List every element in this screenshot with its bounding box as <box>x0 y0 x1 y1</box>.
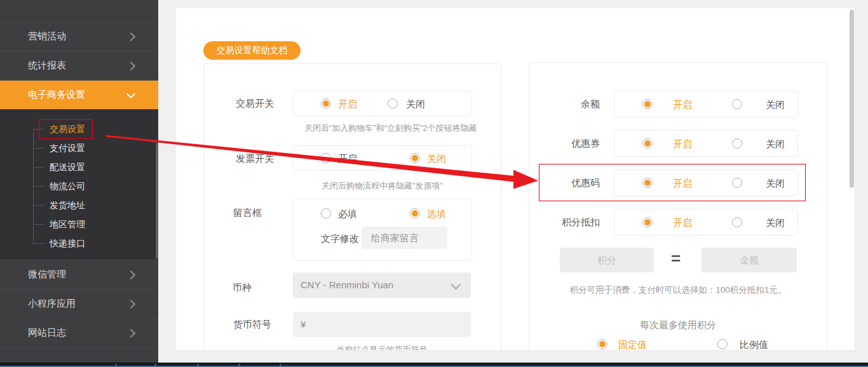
chevron-right-icon <box>126 61 135 70</box>
message-box-group: 必填 选填 文字修改 给商家留言 <box>293 199 472 261</box>
trade-switch-off-radio[interactable] <box>388 98 398 109</box>
invoice-switch-off-label[interactable]: 关闭 <box>427 153 446 165</box>
invoice-switch-label: 发票开关 <box>236 153 274 165</box>
promo-code-on-radio[interactable] <box>642 178 653 188</box>
sidebar-item-ecommerce-settings[interactable]: 电子商务设置 <box>0 81 158 109</box>
sidebar: 营销活动 统计报表 电子商务设置 交易设置 支付设置 配送设置 物流公司 发货地… <box>0 0 158 367</box>
sidebar-scrollbar-thumb[interactable] <box>156 143 158 259</box>
sidebar-item-label: 电子商务设置 <box>28 89 85 101</box>
max-points-label: 每次最多使用积分 <box>529 319 827 331</box>
coupon-group: 开启 关闭 <box>614 130 798 157</box>
currency-select-value: CNY - Renminbi Yuan <box>293 279 393 290</box>
fixed-value-radio[interactable] <box>597 339 607 349</box>
chevron-down-icon <box>126 89 135 98</box>
submenu-item-logistics-company[interactable]: 物流公司 <box>0 177 158 196</box>
taskbar-segment <box>280 364 281 366</box>
points-helper: 积分可用于消费，支付时可以选择如：100积分抵扣1元。 <box>529 284 827 296</box>
balance-on-radio[interactable] <box>642 99 653 109</box>
promo-code-label: 优惠码 <box>529 177 600 189</box>
points-deduct-group: 开启 关闭 <box>614 209 798 236</box>
balance-label: 余额 <box>529 98 600 110</box>
invoice-switch-group: 开启 关闭 <box>293 145 472 171</box>
trade-settings-help-button[interactable]: 交易设置帮助文档 <box>203 41 301 60</box>
balance-on-label[interactable]: 开启 <box>673 99 692 111</box>
balance-off-label[interactable]: 关闭 <box>766 99 785 111</box>
message-box-label: 留言框 <box>233 207 262 219</box>
message-required-label[interactable]: 必填 <box>338 208 357 220</box>
promo-settings-card: 余额 开启 关闭 优惠券 开启 关闭 优惠码 开启 关闭 积分抵扣 开启 <box>529 62 827 350</box>
equals-sign: = <box>671 249 681 269</box>
taskbar-segment <box>238 364 240 366</box>
panel-scrollbar-thumb[interactable] <box>850 10 854 188</box>
submenu-item-express-api[interactable]: 快递接口 <box>0 234 158 253</box>
message-edit-label: 文字修改 <box>321 233 359 245</box>
sidebar-item-miniprogram[interactable]: 小程序应用 <box>0 290 158 319</box>
promo-code-group: 开启 关闭 <box>614 170 798 196</box>
coupon-off-radio[interactable] <box>732 138 742 149</box>
taskbar-segment <box>197 364 199 366</box>
currency-symbol-helper: 当前站点显示的货币符号 <box>293 344 471 350</box>
currency-select[interactable]: CNY - Renminbi Yuan <box>293 272 471 298</box>
points-deduct-off-label[interactable]: 关闭 <box>766 217 785 229</box>
invoice-switch-on-label[interactable]: 开启 <box>338 153 357 165</box>
trade-switch-group: 开启 关闭 <box>293 91 472 116</box>
sidebar-item-site-log[interactable]: 网站日志 <box>0 319 158 348</box>
taskbar-strip <box>0 363 868 367</box>
submenu-item-region-management[interactable]: 地区管理 <box>0 215 158 234</box>
trade-switch-off-label[interactable]: 关闭 <box>406 98 425 110</box>
chevron-right-icon <box>126 32 135 41</box>
submenu-item-payment-settings[interactable]: 支付设置 <box>0 138 158 157</box>
message-required-radio[interactable] <box>321 208 331 218</box>
balance-off-radio[interactable] <box>732 99 742 109</box>
promo-code-on-label[interactable]: 开启 <box>673 178 692 190</box>
chevron-right-icon <box>126 270 135 279</box>
promo-code-off-label[interactable]: 关闭 <box>766 178 785 190</box>
sidebar-item-label: 营销活动 <box>28 30 66 43</box>
sidebar-item-wechat[interactable]: 微信管理 <box>0 260 158 290</box>
submenu-item-shipping-address[interactable]: 发货地址 <box>0 196 158 215</box>
points-deduct-label: 积分抵扣 <box>529 217 600 229</box>
points-deduct-on-label[interactable]: 开启 <box>673 217 692 229</box>
taskbar-segment <box>115 364 117 366</box>
message-optional-radio[interactable] <box>410 208 420 218</box>
balance-group: 开启 关闭 <box>614 91 798 117</box>
coupon-label: 优惠券 <box>529 138 600 150</box>
trade-settings-card: 交易开关 开启 关闭 关闭后“加入购物车”和“立刻购买”2个按钮将隐藏 发票开关… <box>203 63 501 350</box>
invoice-switch-on-radio[interactable] <box>321 153 331 163</box>
sidebar-item-reports[interactable]: 统计报表 <box>0 51 158 81</box>
fixed-value-label[interactable]: 固定值 <box>618 339 647 350</box>
invoice-switch-helper: 关闭后购物流程中将隐藏”发票项” <box>322 180 443 192</box>
coupon-off-label[interactable]: 关闭 <box>766 138 785 150</box>
sidebar-item-marketing[interactable]: 营销活动 <box>0 22 158 51</box>
submenu-item-delivery-settings[interactable]: 配送设置 <box>0 157 158 177</box>
promo-code-off-radio[interactable] <box>732 178 742 188</box>
currency-label: 币种 <box>233 282 252 294</box>
currency-symbol-label: 货币符号 <box>233 319 271 331</box>
submenu-item-trade-settings[interactable]: 交易设置 <box>0 119 158 138</box>
trade-switch-helper: 关闭后“加入购物车”和“立刻购买”2个按钮将隐藏 <box>304 123 477 134</box>
ratio-value-label[interactable]: 比例值 <box>740 339 768 350</box>
trade-switch-label: 交易开关 <box>236 98 274 110</box>
points-deduct-off-radio[interactable] <box>732 217 742 227</box>
ratio-value-radio[interactable] <box>717 339 728 349</box>
taskbar-segment <box>154 364 156 366</box>
sidebar-item-label: 微信管理 <box>28 269 66 281</box>
sidebar-header <box>0 0 158 22</box>
points-input[interactable]: 积分 <box>560 248 654 272</box>
invoice-switch-off-radio[interactable] <box>410 153 420 163</box>
ecommerce-submenu: 交易设置 支付设置 配送设置 物流公司 发货地址 地区管理 快递接口 <box>0 109 158 260</box>
amount-input[interactable]: 金额 <box>702 248 797 272</box>
trade-switch-on-label[interactable]: 开启 <box>338 98 357 110</box>
points-deduct-on-radio[interactable] <box>642 217 653 227</box>
coupon-on-label[interactable]: 开启 <box>673 138 692 150</box>
sidebar-item-label: 网站日志 <box>28 327 66 339</box>
message-text-input[interactable]: 给商家留言 <box>362 227 447 249</box>
currency-symbol-input[interactable]: ¥ <box>293 312 471 337</box>
sidebar-item-label: 小程序应用 <box>28 298 76 310</box>
sidebar-item-label: 统计报表 <box>28 60 66 72</box>
coupon-on-radio[interactable] <box>642 138 653 149</box>
message-optional-label[interactable]: 选填 <box>427 208 446 220</box>
trade-switch-on-radio[interactable] <box>321 98 331 109</box>
content-panel: 交易设置帮助文档 交易开关 开启 关闭 关闭后“加入购物车”和“立刻购买”2个按… <box>176 8 855 350</box>
chevron-right-icon <box>126 299 135 308</box>
